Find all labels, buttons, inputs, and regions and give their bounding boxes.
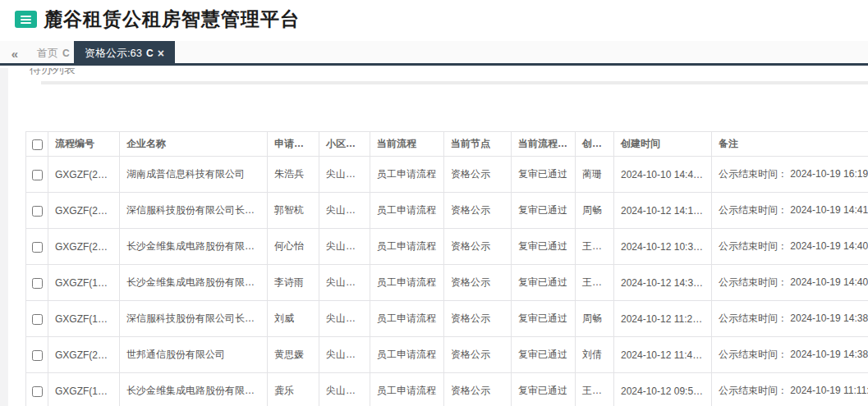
row-checkbox[interactable] bbox=[32, 314, 43, 325]
column-header: 备注 bbox=[712, 132, 868, 157]
row-checkbox-cell bbox=[26, 229, 48, 265]
cell-company: 湖南成普信息科技有限公司 bbox=[120, 157, 268, 193]
cell-applicant: 龚乐 bbox=[268, 373, 319, 406]
cell-company: 世邦通信股份有限公司 bbox=[120, 337, 268, 373]
cell-creator: 刘倩 bbox=[576, 337, 614, 373]
tab-home-label: 首页 bbox=[37, 46, 58, 61]
row-checkbox[interactable] bbox=[32, 350, 43, 361]
cell-process: 员工申请流程 bbox=[370, 301, 444, 337]
cell-node: 资格公示 bbox=[444, 337, 512, 373]
cell-remark: 公示结束时间： 2024-10-19 14:40:56 bbox=[712, 229, 868, 265]
refresh-icon[interactable]: C bbox=[62, 48, 70, 58]
tab-home[interactable]: 首页 C bbox=[26, 41, 80, 66]
hamburger-icon bbox=[21, 16, 31, 17]
cell-remark: 公示结束时间： 2024-10-19 14:41:17 bbox=[712, 193, 868, 229]
page-label: 待办列表 bbox=[30, 68, 76, 77]
column-header: 小区名称 bbox=[319, 132, 370, 157]
cell-remark: 公示结束时间： 2024-10-19 14:38:48 bbox=[712, 301, 868, 337]
cell-company: 长沙金维集成电路股份有限公司 bbox=[120, 229, 268, 265]
row-checkbox[interactable] bbox=[32, 170, 43, 180]
cell-applicant: 刘威 bbox=[268, 301, 319, 337]
cell-community: 尖山印象 bbox=[319, 337, 370, 373]
cell-creator: 周畅 bbox=[576, 193, 614, 229]
row-checkbox-cell bbox=[26, 157, 48, 193]
cell-id: GXGZF(13900) bbox=[48, 265, 120, 301]
cell-creator: 王巧琴 bbox=[576, 373, 614, 406]
tab-qualification-announcement[interactable]: 资格公示:63 C × bbox=[74, 41, 175, 66]
app-header: 麓谷租赁公租房智慧管理平台 bbox=[0, 0, 868, 41]
cell-created: 2024-10-12 11:28:55 bbox=[614, 301, 712, 337]
cell-remark: 公示结束时间： 2024-10-19 11:11:11 bbox=[712, 373, 868, 406]
cell-created: 2024-10-12 14:17:35 bbox=[614, 193, 712, 229]
collapse-tabs-button[interactable]: « bbox=[5, 41, 25, 66]
table-row: GXGZF(26908)深信服科技股份有限公司长沙分公司郭智杭尖山印象员工申请流… bbox=[26, 193, 868, 229]
row-checkbox[interactable] bbox=[32, 206, 43, 217]
cell-id: GXGZF(19539) bbox=[48, 301, 120, 337]
data-table: 流程编号企业名称申请姓名小区名称当前流程当前节点当前流程状态创建人创建时间备注 … bbox=[25, 131, 868, 406]
table-row: GXGZF(13900)长沙金维集成电路股份有限公司李诗雨尖山印象员工申请流程资… bbox=[26, 265, 868, 301]
cell-applicant: 黄思媛 bbox=[268, 337, 319, 373]
table-row: GXGZF(19539)深信服科技股份有限公司长沙分公司刘威尖山印象员工申请流程… bbox=[26, 301, 868, 337]
select-all-cell bbox=[26, 132, 48, 157]
cell-company: 深信服科技股份有限公司长沙分公司 bbox=[120, 301, 268, 337]
menu-button[interactable] bbox=[15, 11, 37, 28]
cell-created: 2024-10-10 14:44:12 bbox=[614, 157, 712, 193]
cell-id: GXGZF(27249) bbox=[48, 157, 120, 193]
cell-community: 尖山印象 bbox=[319, 373, 370, 406]
cell-creator: 王巧琴 bbox=[576, 265, 614, 301]
row-checkbox[interactable] bbox=[32, 386, 43, 397]
cell-id: GXGZF(23023) bbox=[48, 229, 120, 265]
cell-process: 员工申请流程 bbox=[370, 157, 444, 193]
cell-status: 复审已通过 bbox=[512, 193, 576, 229]
todo-table-container: 流程编号企业名称申请姓名小区名称当前流程当前节点当前流程状态创建人创建时间备注 … bbox=[25, 131, 868, 406]
cell-created: 2024-10-12 09:52:05 bbox=[614, 373, 712, 406]
column-header: 当前流程状态 bbox=[512, 132, 576, 157]
panel-divider bbox=[41, 81, 868, 84]
cell-node: 资格公示 bbox=[444, 193, 512, 229]
row-checkbox-cell bbox=[26, 337, 48, 373]
column-header: 企业名称 bbox=[120, 132, 268, 157]
row-checkbox-cell bbox=[26, 301, 48, 337]
table-header-row: 流程编号企业名称申请姓名小区名称当前流程当前节点当前流程状态创建人创建时间备注 bbox=[26, 132, 868, 157]
cell-process: 员工申请流程 bbox=[370, 337, 444, 373]
cell-status: 复审已通过 bbox=[512, 373, 576, 406]
table-row: GXGZF(27249)湖南成普信息科技有限公司朱浩兵尖山印象员工申请流程资格公… bbox=[26, 157, 868, 193]
cell-company: 深信服科技股份有限公司长沙分公司 bbox=[120, 193, 268, 229]
cell-node: 资格公示 bbox=[444, 373, 512, 406]
left-gutter bbox=[0, 68, 8, 406]
cell-process: 员工申请流程 bbox=[370, 193, 444, 229]
close-icon[interactable]: × bbox=[158, 48, 164, 59]
tab-bar: « 首页 C 资格公示:63 C × bbox=[0, 41, 868, 66]
cell-created: 2024-10-12 14:34:07 bbox=[614, 265, 712, 301]
cell-applicant: 何心怡 bbox=[268, 229, 319, 265]
tab-qualification-label: 资格公示:63 bbox=[85, 46, 142, 61]
cell-node: 资格公示 bbox=[444, 301, 512, 337]
cell-company: 长沙金维集成电路股份有限公司 bbox=[120, 265, 268, 301]
refresh-icon[interactable]: C bbox=[146, 48, 154, 58]
cell-remark: 公示结束时间： 2024-10-19 14:40:44 bbox=[712, 265, 868, 301]
cell-status: 复审已通过 bbox=[512, 265, 576, 301]
cell-id: GXGZF(18097) bbox=[48, 373, 120, 406]
row-checkbox[interactable] bbox=[32, 242, 43, 253]
row-checkbox[interactable] bbox=[32, 278, 43, 289]
cell-company: 长沙金维集成电路股份有限公司 bbox=[120, 373, 268, 406]
cell-process: 员工申请流程 bbox=[370, 265, 444, 301]
column-header: 当前流程 bbox=[370, 132, 444, 157]
cell-created: 2024-10-12 11:42:00 bbox=[614, 337, 712, 373]
cell-status: 复审已通过 bbox=[512, 229, 576, 265]
column-header: 当前节点 bbox=[444, 132, 512, 157]
select-all-checkbox[interactable] bbox=[32, 139, 43, 150]
cell-id: GXGZF(26908) bbox=[48, 193, 120, 229]
row-checkbox-cell bbox=[26, 265, 48, 301]
cell-remark: 公示结束时间： 2024-10-19 16:19:58 bbox=[712, 157, 868, 193]
row-checkbox-cell bbox=[26, 373, 48, 406]
cell-community: 尖山印象 bbox=[319, 265, 370, 301]
column-header: 创建时间 bbox=[614, 132, 712, 157]
column-header: 申请姓名 bbox=[268, 132, 319, 157]
table-row: GXGZF(18097)长沙金维集成电路股份有限公司龚乐尖山印象员工申请流程资格… bbox=[26, 373, 868, 406]
cell-applicant: 朱浩兵 bbox=[268, 157, 319, 193]
cell-status: 复审已通过 bbox=[512, 157, 576, 193]
cell-process: 员工申请流程 bbox=[370, 229, 444, 265]
cell-applicant: 郭智杭 bbox=[268, 193, 319, 229]
table-row: GXGZF(23023)长沙金维集成电路股份有限公司何心怡尖山印象员工申请流程资… bbox=[26, 229, 868, 265]
